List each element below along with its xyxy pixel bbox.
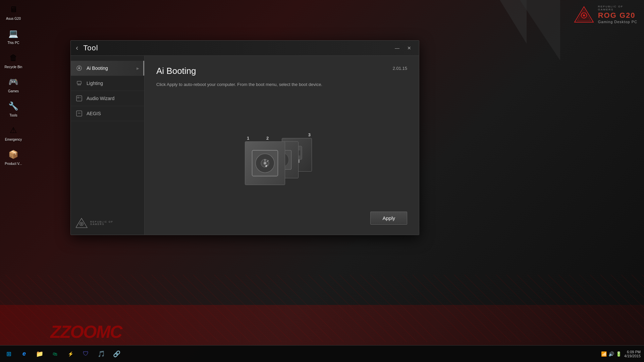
drive-stack: 3 2: [245, 118, 319, 185]
title-bar-left: ‹ Tool: [76, 44, 98, 52]
emergency-icon: ⚠: [7, 124, 19, 136]
back-button[interactable]: ‹: [76, 44, 78, 52]
app-window: ‹ Tool — ✕: [70, 40, 419, 235]
sidebar: Ai Booting ▶ Lighti: [71, 56, 145, 235]
hdd-drive-icon-1: [252, 150, 278, 177]
content-version: 2.01.15: [393, 66, 407, 71]
sidebar-item-audio-wizard[interactable]: Audio Wizard: [71, 91, 144, 106]
decoration-triangle-2: [500, 0, 527, 44]
games-icon: 🎮: [7, 76, 19, 88]
desktop-icons: 🖥 Asus G20 💻 This PC 🗑 Recycle Bin 🎮 Gam…: [3, 3, 23, 166]
svg-point-5: [78, 67, 80, 69]
recycle-bin-label: Recycle Bin: [5, 65, 22, 69]
battery-icon: 🔋: [616, 351, 622, 357]
taskbar-date-display: 4/19/2015: [624, 354, 641, 358]
drive-number-3: 3: [308, 132, 311, 137]
content-title: Ai Booting: [156, 66, 196, 76]
games-label: Games: [8, 89, 19, 93]
sidebar-label-ai-booting: Ai Booting: [87, 65, 132, 71]
taskbar-right: 📶 🔊 🔋 6:09 PM 4/19/2015: [601, 350, 642, 358]
drive-card-1[interactable]: 1: [245, 141, 285, 185]
media-button[interactable]: 🎵: [94, 347, 108, 361]
drive-number-1: 1: [247, 136, 249, 141]
window-title: Tool: [83, 44, 98, 52]
apply-btn-area: Apply: [156, 212, 407, 225]
svg-marker-15: [76, 218, 87, 228]
desktop-icon-games[interactable]: 🎮 Games: [3, 76, 23, 93]
svg-point-3: [583, 14, 585, 16]
rog-emblem-icon: [574, 6, 594, 23]
title-bar: ‹ Tool — ✕: [71, 41, 419, 56]
desktop-icon-recycle-bin[interactable]: 🗑 Recycle Bin: [3, 52, 23, 69]
sidebar-label-lighting: Lighting: [87, 81, 139, 86]
desktop-icon-product-v[interactable]: 📦 Product V...: [3, 148, 23, 166]
title-bar-controls: — ✕: [392, 45, 414, 51]
rog-small-logo-icon: [76, 218, 88, 228]
svg-rect-13: [76, 111, 82, 116]
this-pc-icon: 💻: [7, 28, 19, 40]
sidebar-item-aegis[interactable]: AEGIS: [71, 106, 144, 121]
audio-wizard-icon: [76, 95, 83, 102]
rog-footer-republic: REPUBLIC OF: [90, 221, 113, 223]
rog-taskbar-button[interactable]: ⚡: [63, 347, 77, 361]
recycle-bin-icon: 🗑: [7, 52, 19, 64]
emergency-label: Emergency: [5, 138, 22, 142]
svg-rect-7: [77, 81, 81, 84]
rog-logo-area: REPUBLIC OF GAMERS ROG G20 Gaming Deskto…: [574, 5, 637, 24]
tools-icon: 🔧: [7, 100, 19, 112]
volume-icon: 🔊: [608, 351, 614, 357]
app-body: Ai Booting ▶ Lighti: [71, 56, 419, 235]
aegis-icon: [76, 110, 83, 117]
network-icon: 📶: [601, 351, 607, 357]
drives-area: 3 2: [156, 98, 407, 205]
rog-republic-text: REPUBLIC OF: [598, 5, 637, 8]
rog-footer-text: REPUBLIC OF GAMERS: [90, 221, 113, 225]
rog-gamers-text: GAMERS: [598, 8, 637, 11]
rog-product-title: ROG G20: [598, 11, 637, 20]
svg-point-30: [264, 162, 266, 165]
desktop-icon-this-pc[interactable]: 💻 This PC: [3, 28, 23, 45]
content-header: Ai Booting 2.01.15: [156, 66, 407, 76]
rog-text-area: REPUBLIC OF GAMERS ROG G20 Gaming Deskto…: [598, 5, 637, 24]
file-explorer-button[interactable]: 📁: [33, 347, 47, 361]
desktop: REPUBLIC OF GAMERS ROG G20 Gaming Deskto…: [0, 0, 644, 362]
sidebar-menu: Ai Booting ▶ Lighti: [71, 56, 144, 121]
main-content: Ai Booting 2.01.15 Click Apply to auto-r…: [145, 56, 419, 235]
svg-point-17: [81, 223, 82, 225]
shield-button[interactable]: 🛡: [79, 347, 93, 361]
close-button[interactable]: ✕: [405, 45, 414, 51]
zoomc-watermark: ZZOOMC: [50, 322, 122, 342]
lighting-icon: [76, 80, 83, 87]
start-button[interactable]: ⊞: [2, 347, 16, 361]
sidebar-item-ai-booting[interactable]: Ai Booting ▶: [71, 61, 144, 76]
product-v-label: Product V...: [5, 162, 22, 166]
sidebar-label-aegis: AEGIS: [87, 111, 139, 116]
tools-label: Tools: [9, 114, 17, 118]
sidebar-label-audio-wizard: Audio Wizard: [87, 96, 139, 101]
svg-rect-11: [76, 96, 82, 101]
this-pc-label: This PC: [7, 41, 19, 45]
ie-button[interactable]: e: [17, 347, 31, 361]
taskbar-left: ⊞ e 📁 🛍 ⚡ 🛡 🎵 🔗: [2, 347, 124, 361]
taskbar-clock: 6:09 PM 4/19/2015: [624, 350, 641, 358]
sidebar-footer: REPUBLIC OF GAMERS: [71, 211, 144, 235]
rog-product-subtitle: Gaming Desktop PC: [598, 20, 637, 24]
drive-number-2: 2: [266, 136, 269, 141]
product-v-icon: 📦: [7, 148, 19, 161]
minimize-button[interactable]: —: [392, 45, 402, 51]
asus-g20-label: Asus G20: [6, 17, 21, 21]
apply-button[interactable]: Apply: [370, 212, 407, 225]
taskbar: ⊞ e 📁 🛍 ⚡ 🛡 🎵 🔗 📶 🔊 🔋 6:09 PM 4/19/2015: [0, 345, 644, 362]
desktop-icon-emergency[interactable]: ⚠ Emergency: [3, 124, 23, 142]
taskbar-system-icons: 📶 🔊 🔋: [601, 351, 622, 357]
desktop-icon-asus-g20[interactable]: 🖥 Asus G20: [3, 3, 23, 21]
taskbar-time-display: 6:09 PM: [624, 350, 641, 354]
link-button[interactable]: 🔗: [110, 347, 124, 361]
store-button[interactable]: 🛍: [48, 347, 62, 361]
desktop-icon-tools[interactable]: 🔧 Tools: [3, 100, 23, 118]
content-description: Click Apply to auto-reboot your computer…: [156, 81, 407, 88]
ai-booting-icon: [76, 65, 83, 72]
sidebar-item-lighting[interactable]: Lighting: [71, 76, 144, 91]
sidebar-arrow-ai-booting: ▶: [137, 66, 139, 70]
asus-g20-icon: 🖥: [7, 3, 19, 15]
